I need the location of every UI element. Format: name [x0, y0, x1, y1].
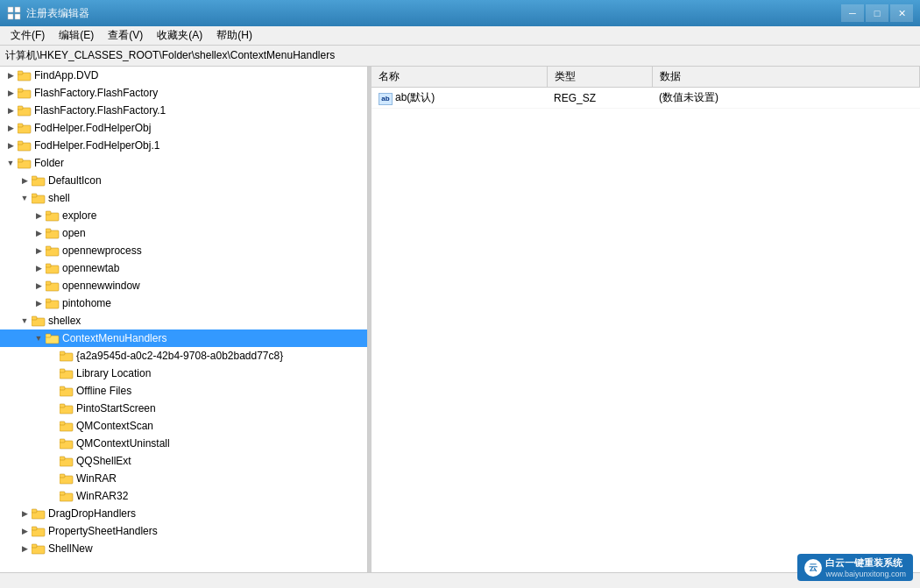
cell-type: REG_SZ — [547, 88, 652, 109]
tree-item-defaulticon[interactable]: DefaultIcon — [0, 172, 367, 189]
logo-icon: 云 — [804, 559, 822, 577]
svg-rect-1 — [15, 7, 20, 12]
menu-view[interactable]: 查看(V) — [101, 26, 150, 45]
expander-folder[interactable] — [4, 156, 18, 170]
expander-flashfactory2[interactable] — [4, 103, 18, 117]
watermark: 云 白云一键重装系统 www.baiyunxitong.com — [797, 554, 913, 581]
table-row[interactable]: abab(默认)REG_SZ(数值未设置) — [372, 88, 920, 109]
tree-item-shellex[interactable]: shellex — [0, 312, 367, 329]
tree-item-open[interactable]: open — [0, 224, 367, 242]
maximize-button[interactable]: □ — [866, 4, 888, 22]
tree-label-winrar: WinRAR — [76, 472, 117, 485]
menu-favorites[interactable]: 收藏夹(A) — [150, 26, 209, 45]
tree-item-folder[interactable]: Folder — [0, 154, 367, 172]
expander-fodhelper1[interactable] — [4, 121, 18, 135]
tree-item-shell[interactable]: shell — [0, 189, 367, 207]
folder-icon-findapp — [18, 69, 32, 81]
expander-open[interactable] — [32, 226, 46, 240]
tree-label-winrar32: WinRAR32 — [76, 490, 128, 502]
expander-propertysheethandlers[interactable] — [18, 524, 32, 538]
menu-file[interactable]: 文件(F) — [4, 26, 52, 45]
tree-panel[interactable]: FindApp.DVD FlashFactory.FlashFactory Fl… — [0, 67, 368, 572]
tree-label-shellnew: ShellNew — [48, 542, 93, 555]
close-button[interactable]: ✕ — [890, 4, 913, 22]
tree-item-flashfactory1[interactable]: FlashFactory.FlashFactory — [0, 84, 367, 102]
col-header-data[interactable]: 数据 — [652, 67, 920, 88]
folder-icon-qmcontextuninstall — [60, 437, 74, 450]
expander-explore[interactable] — [32, 209, 46, 223]
menu-edit[interactable]: 编辑(E) — [52, 26, 101, 45]
expander-shellex[interactable] — [18, 314, 32, 328]
tree-item-opennewprocess[interactable]: opennewprocess — [0, 242, 367, 259]
tree-item-pintohome[interactable]: pintohome — [0, 294, 367, 312]
svg-rect-41 — [60, 386, 65, 390]
tree-item-winrar32[interactable]: WinRAR32 — [0, 487, 367, 505]
svg-rect-33 — [32, 316, 37, 320]
watermark-title: 白云一键重装系统 — [825, 556, 906, 570]
svg-rect-15 — [18, 159, 23, 162]
tree-item-qmcontextscan[interactable]: QMContextScan — [0, 417, 367, 435]
expander-findapp[interactable] — [4, 68, 18, 82]
tree-item-explore[interactable]: explore — [0, 207, 367, 224]
expander-opennewwindow[interactable] — [32, 279, 46, 293]
tree-item-opennewtab[interactable]: opennewtab — [0, 259, 367, 277]
tree-item-guid1[interactable]: {a2a9545d-a0c2-42b4-9708-a0b2badd77c8} — [0, 347, 367, 365]
tree-item-flashfactory2[interactable]: FlashFactory.FlashFactory.1 — [0, 102, 367, 119]
expander-contextmenuhandlers[interactable] — [32, 331, 46, 345]
svg-rect-25 — [46, 246, 51, 250]
tree-item-qmcontextuninstall[interactable]: QMContextUninstall — [0, 435, 367, 452]
tree-item-librarylocation[interactable]: Library Location — [0, 365, 367, 382]
cell-data: (数值未设置) — [652, 88, 920, 109]
folder-icon-winrar — [60, 472, 74, 485]
svg-rect-0 — [8, 7, 13, 12]
col-header-name[interactable]: 名称 — [372, 67, 547, 88]
folder-icon-contextmenuhandlers — [46, 332, 60, 344]
tree-item-dragdrophandlers[interactable]: DragDropHandlers — [0, 505, 367, 522]
tree-item-pintostartscreen[interactable]: PintoStartScreen — [0, 400, 367, 417]
tree-label-guid1: {a2a9545d-a0c2-42b4-9708-a0b2badd77c8} — [76, 350, 283, 362]
tree-item-opennewwindow[interactable]: opennewwindow — [0, 277, 367, 294]
default-value-label: ab(默认) — [395, 91, 435, 103]
svg-rect-35 — [46, 334, 51, 337]
menu-help[interactable]: 帮助(H) — [209, 26, 259, 45]
svg-rect-9 — [18, 106, 23, 110]
tree-item-shellnew[interactable]: ShellNew — [0, 540, 367, 557]
expander-flashfactory1[interactable] — [4, 86, 18, 100]
expander-defaulticon[interactable] — [18, 174, 32, 188]
svg-rect-31 — [46, 299, 51, 302]
folder-icon-shellnew — [32, 542, 46, 555]
tree-item-propertysheethandlers[interactable]: PropertySheetHandlers — [0, 522, 367, 540]
expander-fodhelper2[interactable] — [4, 138, 18, 152]
tree-item-offlinefiles[interactable]: Offline Files — [0, 382, 367, 400]
expander-pintohome[interactable] — [32, 296, 46, 310]
tree-item-findapp[interactable]: FindApp.DVD — [0, 67, 367, 84]
expander-shellnew[interactable] — [18, 542, 32, 556]
svg-rect-47 — [60, 439, 65, 443]
minimize-button[interactable]: ─ — [841, 4, 864, 22]
folder-icon-opennewwindow — [46, 280, 60, 292]
tree-item-contextmenuhandlers[interactable]: ContextMenuHandlers — [0, 329, 367, 347]
tree-item-fodhelper1[interactable]: FodHelper.FodHelperObj — [0, 119, 367, 137]
expander-shell[interactable] — [18, 191, 32, 205]
expander-opennewprocess[interactable] — [32, 244, 46, 258]
tree-label-pintohome: pintohome — [62, 297, 111, 309]
svg-rect-43 — [60, 404, 65, 407]
folder-icon-flashfactory2 — [18, 104, 32, 117]
tree-item-winrar[interactable]: WinRAR — [0, 470, 367, 487]
expander-dragdrophandlers[interactable] — [18, 507, 32, 521]
col-header-type[interactable]: 类型 — [547, 67, 652, 88]
svg-rect-29 — [46, 281, 51, 285]
folder-icon-fodhelper2 — [18, 139, 32, 152]
tree-label-flashfactory2: FlashFactory.FlashFactory.1 — [34, 104, 166, 117]
tree-item-qqshellext[interactable]: QQShellExt — [0, 452, 367, 470]
tree-label-shellex: shellex — [48, 315, 81, 327]
tree-item-fodhelper2[interactable]: FodHelper.FodHelperObj.1 — [0, 137, 367, 154]
tree-label-librarylocation: Library Location — [76, 367, 151, 379]
tree-label-pintostartscreen: PintoStartScreen — [76, 402, 156, 414]
ab-icon: ab — [379, 93, 393, 105]
folder-icon-folder — [18, 157, 32, 169]
expander-opennewtab[interactable] — [32, 261, 46, 275]
cell-name: abab(默认) — [372, 88, 547, 109]
tree-label-flashfactory1: FlashFactory.FlashFactory — [34, 87, 158, 99]
svg-rect-19 — [32, 194, 37, 197]
